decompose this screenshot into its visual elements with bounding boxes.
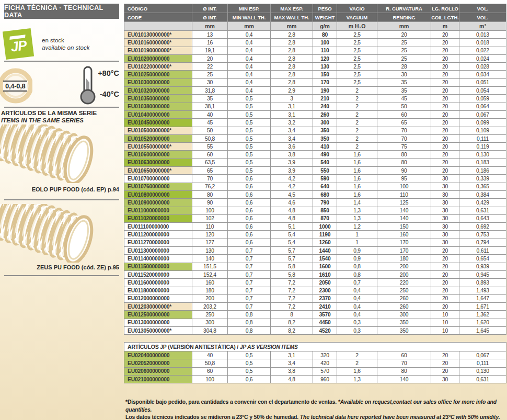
value-cell: 20	[431, 263, 459, 270]
table-row: EU0114000000001400,75,715400,9180200,654	[124, 255, 506, 263]
value-cell: 0,024	[459, 54, 506, 62]
value-cell: 130	[313, 63, 337, 71]
code-cell: EU010400000000	[124, 110, 192, 118]
header-cell-es: VACIO	[337, 4, 377, 13]
value-cell: 20	[431, 143, 459, 151]
divider	[4, 61, 119, 62]
value-cell: 250	[192, 311, 228, 319]
value-cell: 20	[377, 31, 431, 39]
header-cell-es: MIN ESP.	[228, 4, 271, 13]
value-cell: 0,130	[459, 151, 506, 158]
code-cell: EU010130000000*	[124, 31, 192, 39]
value-cell: 2	[337, 87, 377, 95]
value-cell: 0,4	[228, 63, 271, 71]
table-row: EU010800000000800,64,56801,6110300,384	[124, 190, 506, 198]
stock-label-en: available on stock	[42, 44, 89, 51]
value-cell: 50	[377, 103, 431, 110]
value-cell: 1,671	[459, 303, 506, 311]
value-cell: 13	[192, 31, 228, 39]
value-cell: 0,5	[228, 351, 271, 359]
value-cell: 30	[431, 199, 459, 207]
value-cell: 0,064	[459, 103, 506, 110]
table-row: EU010900000000900,64,67901,4125300,429	[124, 199, 506, 207]
value-cell: 1	[337, 239, 377, 246]
value-cell: 4,6	[271, 199, 313, 207]
value-cell: 2	[337, 127, 377, 134]
code-cell: EU013050000000*	[124, 326, 192, 334]
value-cell: 3	[271, 95, 313, 103]
value-cell: 140	[377, 214, 431, 222]
value-cell: 20	[431, 103, 459, 110]
table-header-row: CÓDIGOØ INT.MIN ESP.MAX ESP.PESOVACIOR. …	[124, 4, 506, 13]
table-row: EU02052000000050,80,53,4420270200,111	[124, 359, 506, 367]
value-cell: 170	[313, 78, 337, 86]
value-cell: 20	[431, 359, 459, 367]
value-cell: 4,8	[271, 214, 313, 222]
value-cell: 3,9	[271, 158, 313, 166]
value-cell: 0,183	[459, 158, 506, 166]
value-cell: 2,9	[271, 87, 313, 95]
value-cell: 20	[431, 95, 459, 103]
value-cell: 0,643	[459, 214, 506, 222]
value-cell: 350	[313, 127, 337, 134]
code-cell: EU010160000000*	[124, 39, 192, 47]
value-cell: 260	[377, 303, 431, 311]
value-cell: 4520	[313, 326, 337, 334]
unit-cell: mm	[228, 22, 271, 31]
value-cell: 0,5	[228, 151, 271, 158]
table-row: EU01052000000050,80,53,4350270200,111	[124, 134, 506, 142]
value-cell: 0,8	[337, 263, 377, 270]
value-cell: 300	[313, 119, 337, 127]
value-cell: 2,8	[271, 71, 313, 78]
value-cell: 0,018	[459, 39, 506, 47]
value-cell: 203,2	[192, 303, 228, 311]
value-cell: 60	[192, 367, 228, 375]
value-cell: 3,4	[271, 134, 313, 142]
jp-logo-text: JP	[10, 39, 27, 53]
value-cell: 80	[377, 151, 431, 158]
value-cell: 0,945	[459, 270, 506, 278]
value-cell: 1260	[313, 239, 337, 246]
value-cell: 4,2	[271, 183, 313, 190]
table-row: EU020400000000400,53,1320260200,067	[124, 351, 506, 359]
value-cell: 7,2	[271, 294, 313, 302]
value-cell: 2300	[313, 287, 337, 294]
code-cell: EU010200000000	[124, 54, 192, 62]
header-cell-en: VACUUM	[337, 13, 377, 22]
value-cell: 0,3	[337, 326, 377, 334]
value-cell: 140	[377, 207, 431, 214]
value-cell: 80	[377, 158, 431, 166]
value-cell: 20	[431, 63, 459, 71]
value-cell: 110	[377, 190, 431, 198]
value-cell: 0,099	[459, 119, 506, 127]
value-cell: 4,5	[271, 190, 313, 198]
code-cell: EU010500000000*	[124, 127, 192, 134]
table-row: EU011520000000152,40,75,816100,8200200,9…	[124, 270, 506, 278]
value-cell: 960	[313, 375, 337, 383]
table-row: EU01038000000038,10,53,1240250200,064	[124, 103, 506, 110]
code-cell: EU011200000000	[124, 231, 192, 239]
value-cell: 20	[431, 71, 459, 78]
value-cell: 152,4	[192, 270, 228, 278]
value-cell: 65	[192, 167, 228, 175]
table-row: EU0111000000001100,65,110001,2150300,692	[124, 223, 506, 231]
value-cell: 80	[192, 190, 228, 198]
unit-cell	[124, 22, 192, 31]
table-row: EU01063000000063,50,53,95401,680200,183	[124, 158, 506, 166]
value-cell: 1,620	[459, 319, 506, 326]
value-cell: 1	[337, 231, 377, 239]
value-cell: 5,7	[271, 247, 313, 255]
value-cell: 2,8	[271, 78, 313, 86]
value-cell: 0,7	[228, 294, 271, 302]
value-cell: 0,339	[459, 175, 506, 183]
value-cell: 20	[431, 39, 459, 47]
header-cell-es: PESO	[313, 4, 337, 13]
value-cell: 3,9	[271, 167, 313, 175]
product-image-eolo	[0, 124, 116, 183]
value-cell: 1,647	[459, 294, 506, 302]
value-cell: 640	[313, 183, 337, 190]
value-cell: 100	[377, 183, 431, 190]
value-cell: 20	[431, 110, 459, 118]
value-cell: 0,130	[459, 367, 506, 375]
value-cell: 100	[313, 39, 337, 47]
